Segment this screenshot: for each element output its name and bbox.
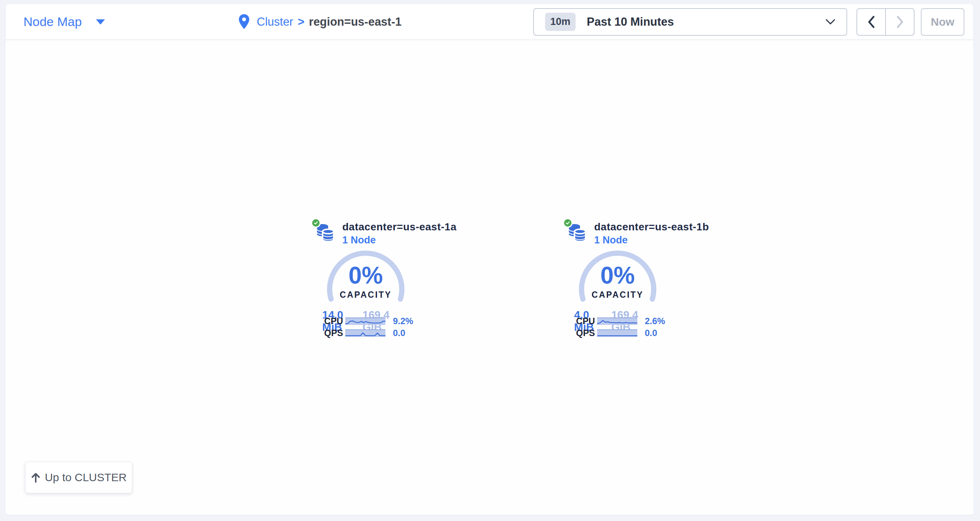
- cpu-label: CPU: [564, 316, 595, 327]
- location-pin-icon: [238, 14, 250, 30]
- healthy-check-icon: [563, 218, 573, 228]
- cpu-label: CPU: [312, 316, 343, 327]
- datacenter-card-us-east-1a[interactable]: datacenter=us-east-1a 1 Node 0% CAPACITY…: [312, 218, 423, 344]
- qps-metric-row: QPS 0.0: [564, 329, 675, 337]
- chevron-right-icon: [896, 16, 904, 28]
- time-next-button[interactable]: [886, 9, 914, 35]
- datacenter-titles: datacenter=us-east-1a 1 Node: [342, 218, 457, 246]
- view-mode-label: Node Map: [24, 14, 82, 29]
- time-window-label: Past 10 Minutes: [587, 15, 674, 29]
- view-mode-selector[interactable]: Node Map: [6, 14, 233, 29]
- healthy-check-icon: [311, 218, 321, 228]
- datacenter-node-count: 1 Node: [594, 234, 709, 246]
- datacenter-header: datacenter=us-east-1a 1 Node: [312, 218, 457, 246]
- node-map-panel: Node Map Cluster > region=us-east-1 10m …: [6, 4, 973, 515]
- capacity-label: CAPACITY: [579, 290, 657, 300]
- time-window-select[interactable]: 10m Past 10 Minutes: [533, 8, 847, 36]
- time-nav-group: [856, 8, 915, 36]
- cpu-metric-row: CPU 2.6%: [564, 317, 675, 325]
- cpu-value: 9.2%: [393, 316, 414, 327]
- arrow-up-icon: [30, 472, 41, 483]
- capacity-percent: 0%: [579, 261, 657, 289]
- up-to-cluster-button[interactable]: Up to CLUSTER: [25, 462, 132, 493]
- datacenter-card-us-east-1b[interactable]: datacenter=us-east-1b 1 Node 0% CAPACITY…: [564, 218, 675, 344]
- cpu-sparkline: [597, 317, 637, 325]
- breadcrumb-separator: >: [298, 15, 304, 29]
- cpu-sparkline: [345, 317, 385, 325]
- datacenter-header: datacenter=us-east-1b 1 Node: [564, 218, 709, 246]
- node-map-canvas: datacenter=us-east-1a 1 Node 0% CAPACITY…: [6, 40, 973, 515]
- qps-metric-row: QPS 0.0: [312, 329, 423, 337]
- time-prev-button[interactable]: [857, 9, 886, 35]
- capacity-label: CAPACITY: [327, 290, 405, 300]
- chevron-down-icon: [825, 19, 836, 25]
- datacenter-icon-wrap: [564, 218, 590, 245]
- capacity-gauge: 0% CAPACITY: [579, 250, 657, 306]
- now-button[interactable]: Now: [921, 8, 964, 36]
- header-bar: Node Map Cluster > region=us-east-1 10m …: [6, 4, 973, 40]
- time-window-badge: 10m: [545, 13, 576, 31]
- qps-value: 0.0: [645, 328, 657, 338]
- datacenter-title: datacenter=us-east-1a: [342, 221, 457, 233]
- datacenter-title: datacenter=us-east-1b: [594, 221, 709, 233]
- capacity-gauge: 0% CAPACITY: [327, 250, 405, 306]
- qps-sparkline: [597, 329, 637, 337]
- up-to-cluster-label: Up to CLUSTER: [45, 471, 127, 484]
- datacenter-titles: datacenter=us-east-1b 1 Node: [594, 218, 709, 246]
- qps-label: QPS: [564, 328, 595, 338]
- breadcrumb-cluster-link[interactable]: Cluster: [257, 15, 293, 29]
- qps-value: 0.0: [393, 328, 405, 338]
- cpu-value: 2.6%: [645, 316, 665, 327]
- chevron-left-icon: [868, 16, 875, 28]
- qps-sparkline: [345, 329, 385, 337]
- time-controls: 10m Past 10 Minutes: [515, 8, 973, 36]
- breadcrumb-current: region=us-east-1: [309, 15, 401, 29]
- qps-label: QPS: [312, 328, 343, 338]
- caret-down-icon: [96, 19, 105, 25]
- datacenter-node-count: 1 Node: [342, 234, 457, 246]
- breadcrumb: Cluster > region=us-east-1: [233, 4, 515, 40]
- cpu-metric-row: CPU 9.2%: [312, 317, 423, 325]
- capacity-percent: 0%: [327, 261, 405, 289]
- datacenter-icon-wrap: [312, 218, 339, 245]
